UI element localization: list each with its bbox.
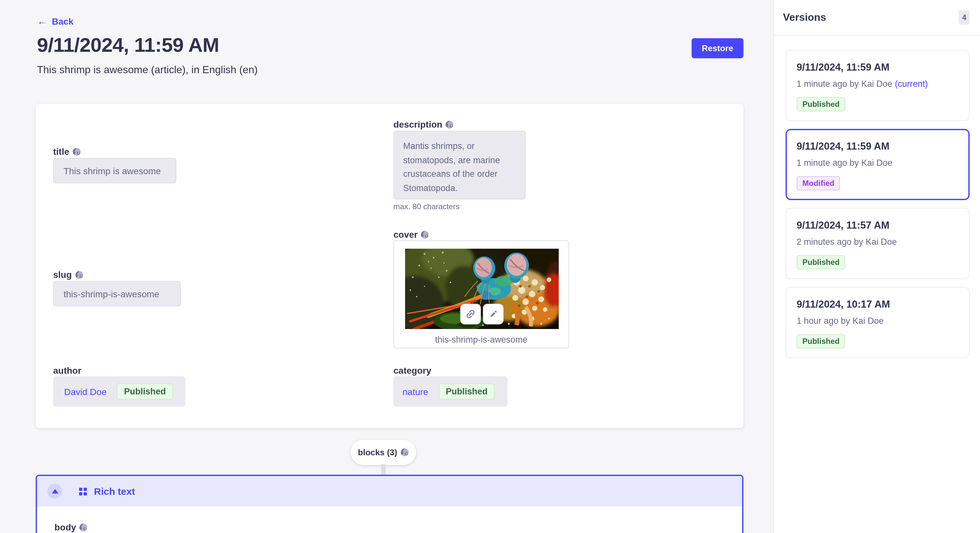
back-label: Back	[52, 16, 73, 27]
category-relation-link[interactable]: nature	[402, 386, 428, 397]
globe-icon	[445, 120, 454, 128]
version-preview-card: title This shrimp is awesome description…	[36, 104, 743, 428]
page-title: 9/11/2024, 11:59 AM	[37, 34, 219, 57]
category-relation-box: nature Published	[393, 376, 508, 407]
version-status-badge: Modified	[797, 176, 840, 190]
slug-label-text: slug	[53, 270, 72, 280]
component-grid-icon	[79, 487, 87, 495]
version-badge-row: Published	[797, 255, 959, 270]
version-card[interactable]: 9/11/2024, 11:57 AM 2 minutes ago by Kai…	[786, 208, 970, 279]
caret-up-icon	[51, 489, 58, 493]
category-label-text: category	[393, 365, 431, 376]
category-field-label: category	[393, 365, 431, 376]
version-meta-text: 1 hour ago by Kai Doe	[797, 316, 884, 326]
rich-text-title: Rich text	[94, 486, 135, 497]
version-meta: 1 minute ago by Kai Doe (current)	[797, 78, 959, 90]
version-date: 9/11/2024, 11:59 AM	[797, 61, 959, 74]
version-card-current[interactable]: 9/11/2024, 11:59 AM 1 minute ago by Kai …	[786, 50, 970, 121]
cover-actions	[460, 304, 504, 324]
version-current-tag: (current)	[895, 79, 928, 89]
title-field-label: title	[53, 146, 81, 157]
copy-link-button[interactable]	[460, 304, 481, 324]
globe-icon	[80, 523, 88, 531]
version-meta-text: 1 minute ago by Kai Doe	[797, 158, 892, 168]
title-label-text: title	[53, 146, 69, 157]
version-card-selected[interactable]: 9/11/2024, 11:59 AM 1 minute ago by Kai …	[786, 129, 970, 200]
body-field-label: body	[54, 522, 88, 532]
description-label-text: description	[393, 119, 442, 130]
version-meta: 1 minute ago by Kai Doe	[797, 157, 959, 169]
versions-header: Versions 4	[774, 0, 980, 36]
versions-heading: Versions	[783, 12, 826, 23]
versions-list: 9/11/2024, 11:59 AM 1 minute ago by Kai …	[774, 36, 980, 358]
category-status-badge: Published	[439, 383, 495, 400]
versions-count-badge: 4	[959, 10, 970, 25]
page-subtitle: This shrimp is awesome (article), in Eng…	[37, 64, 258, 76]
rich-text-accordion-header[interactable]: Rich text	[37, 476, 742, 506]
version-card[interactable]: 9/11/2024, 10:17 AM 1 hour ago by Kai Do…	[786, 287, 970, 358]
cover-media-card: this-shrimp-is-awesome	[393, 240, 569, 348]
cover-label-text: cover	[393, 229, 418, 240]
description-textarea: Mantis shrimps, or stomatopods, are mari…	[393, 131, 526, 200]
author-field-label: author	[53, 365, 81, 376]
pencil-icon	[488, 309, 498, 319]
globe-icon	[401, 448, 409, 457]
author-status-badge: Published	[117, 383, 173, 400]
description-hint: max. 80 characters	[393, 202, 460, 211]
cover-field-label: cover	[393, 229, 430, 240]
version-badge-row: Published	[797, 97, 959, 111]
rich-text-accordion-body: body	[37, 506, 742, 533]
version-date: 9/11/2024, 11:57 AM	[797, 219, 959, 232]
body-label-text: body	[54, 522, 76, 532]
version-meta: 2 minutes ago by Kai Doe	[797, 236, 959, 248]
author-label-text: author	[53, 365, 81, 376]
version-status-badge: Published	[797, 334, 845, 348]
back-link[interactable]: ← Back	[37, 16, 73, 27]
author-relation-box: David Doe Published	[53, 376, 185, 407]
globe-icon	[75, 270, 84, 279]
link-icon	[465, 309, 476, 319]
globe-icon	[73, 148, 81, 156]
version-badge-row: Published	[797, 334, 959, 348]
rich-text-block: Rich text body	[36, 475, 743, 533]
version-status-badge: Published	[797, 255, 845, 270]
version-meta: 1 hour ago by Kai Doe	[797, 315, 959, 327]
version-status-badge: Published	[797, 97, 845, 111]
version-history-page: ← Back 9/11/2024, 11:59 AM This shrimp i…	[0, 0, 980, 533]
author-relation-link[interactable]: David Doe	[64, 386, 107, 397]
version-date: 9/11/2024, 10:17 AM	[797, 298, 959, 311]
blocks-field-pill[interactable]: blocks (3)	[351, 440, 416, 465]
version-meta-text: 1 minute ago by Kai Doe	[797, 79, 892, 89]
slug-field-label: slug	[53, 270, 84, 280]
versions-panel: Versions 4 9/11/2024, 11:59 AM 1 minute …	[773, 0, 980, 533]
collapse-button[interactable]	[47, 484, 62, 499]
arrow-left-icon: ←	[37, 16, 47, 27]
restore-button[interactable]: Restore	[692, 38, 743, 58]
version-badge-row: Modified	[797, 176, 959, 190]
title-input: This shrimp is awesome	[53, 158, 176, 183]
blocks-connector-line	[381, 464, 386, 475]
version-date: 9/11/2024, 11:59 AM	[797, 140, 959, 153]
slug-input: this-shrimp-is-awesome	[53, 281, 181, 306]
description-field-label: description	[393, 119, 454, 130]
edit-media-button[interactable]	[483, 304, 504, 324]
cover-filename: this-shrimp-is-awesome	[394, 335, 568, 344]
blocks-pill-label: blocks (3)	[358, 447, 397, 457]
globe-icon	[421, 230, 430, 239]
version-meta-text: 2 minutes ago by Kai Doe	[797, 237, 897, 247]
